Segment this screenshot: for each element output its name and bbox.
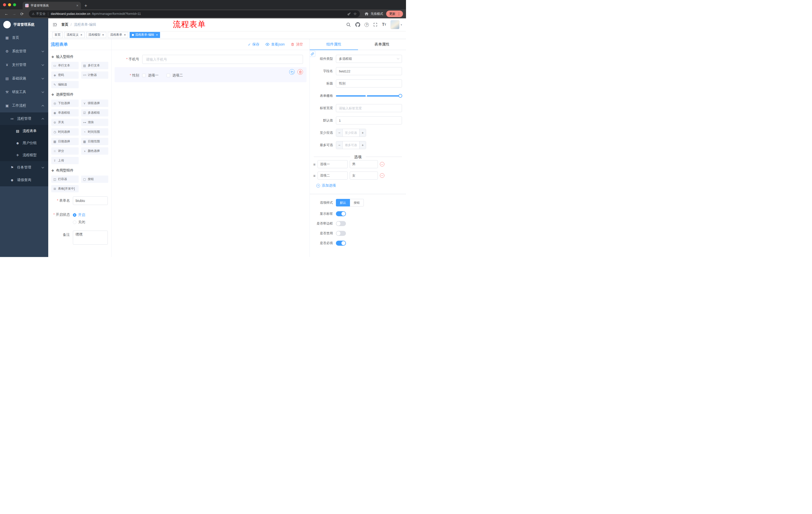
close-window-button[interactable] <box>3 3 6 6</box>
tab-component-props[interactable]: 组件属性 <box>310 39 358 50</box>
tag-close-icon[interactable]: × <box>80 33 82 36</box>
palette-item-multi-line-text[interactable]: ▤多行文本 <box>81 62 109 69</box>
remark-textarea[interactable] <box>73 231 108 245</box>
option-value-input[interactable] <box>350 160 378 168</box>
palette-item-row-container[interactable]: ◫行容器 <box>51 175 79 183</box>
sidebar-item-system-management[interactable]: ⚙系统管理 <box>0 45 48 58</box>
palette-item-button[interactable]: ▢按钮 <box>81 175 109 183</box>
component-type-select[interactable]: 多选框组 <box>336 55 402 63</box>
sidebar-item-leave-query[interactable]: ☻请假查询 <box>0 174 48 186</box>
github-icon[interactable] <box>355 22 360 27</box>
tag-process-form[interactable]: 流程表单× <box>108 32 128 38</box>
option-label-input[interactable] <box>318 160 348 168</box>
address-bar[interactable]: ⚠ 不安全 dashboard.yudao.iocoder.cn /bpm/ma… <box>29 10 360 17</box>
password-key-icon[interactable] <box>347 12 351 16</box>
gender-checkbox[interactable]: 选项一 <box>142 73 158 78</box>
field-name-input[interactable] <box>336 67 402 75</box>
palette-item-time-picker[interactable]: ◷时间选择 <box>51 128 79 136</box>
palette-item-table[interactable]: ⊞表格[开发中] <box>51 185 79 192</box>
add-option-button[interactable]: +添加选项 <box>316 183 336 188</box>
palette-item-upload[interactable]: ⇧上传 <box>51 157 79 164</box>
canvas-field-mobile[interactable]: 手机号 <box>115 53 307 65</box>
fullscreen-icon[interactable] <box>373 22 378 27</box>
tab-form-props[interactable]: 表单属性 <box>358 39 406 50</box>
option-value-input[interactable] <box>350 171 378 180</box>
bookmark-star-icon[interactable]: ☆ <box>353 11 357 16</box>
palette-item-password[interactable]: ◈密码 <box>51 72 79 79</box>
palette-item-checkbox-group[interactable]: ☑多选框组 <box>81 109 109 116</box>
copy-field-button[interactable] <box>289 69 295 75</box>
palette-item-counter[interactable]: 123计数器 <box>81 72 109 79</box>
sidebar-item-dev-tools[interactable]: ⚒研发工具 <box>0 85 48 99</box>
palette-item-time-range[interactable]: ◔时间范围 <box>81 128 109 136</box>
tag-process-definition[interactable]: 流程定义× <box>64 32 85 38</box>
gender-checkbox[interactable]: 选项二 <box>167 73 183 78</box>
label-width-input[interactable] <box>336 104 402 112</box>
default-value-input[interactable] <box>336 116 402 125</box>
increase-icon[interactable]: + <box>359 129 366 137</box>
drag-handle-icon[interactable]: ≡ <box>313 162 316 166</box>
palette-item-date-range[interactable]: ▩日期范围 <box>81 138 109 145</box>
view-json-button[interactable]: 查看json <box>265 42 285 47</box>
sidebar-item-home[interactable]: ▦首页 <box>0 31 48 45</box>
sidebar-item-process-form[interactable]: ▤流程表单 <box>0 125 48 137</box>
sidebar-item-process-management[interactable]: ≔流程管理 <box>0 112 48 125</box>
sidebar-item-task-management[interactable]: ⚑任务管理 <box>0 161 48 174</box>
palette-item-editor[interactable]: ✎编辑器 <box>51 81 79 88</box>
user-menu[interactable]: ▾ <box>390 20 402 29</box>
option-style-button[interactable]: 按钮 <box>350 199 364 207</box>
palette-item-single-line-text[interactable]: ▭单行文本 <box>51 62 79 69</box>
min-select-value[interactable]: 至少应选 <box>343 129 359 137</box>
required-switch[interactable] <box>336 241 346 246</box>
canvas-field-gender[interactable]: 性别选项一选项二 <box>115 67 307 82</box>
form-grid-slider[interactable] <box>336 92 402 100</box>
palette-item-slider[interactable]: ⊶滑块 <box>81 119 109 126</box>
slider-handle-icon[interactable] <box>399 94 402 98</box>
border-switch[interactable] <box>336 221 346 226</box>
palette-item-cascader[interactable]: ⋎级联选择 <box>81 100 109 107</box>
status-radio[interactable]: 开启 <box>73 211 85 217</box>
sidebar-item-workflow[interactable]: ▣工作流程 <box>0 99 48 112</box>
sidebar-item-process-model[interactable]: ✈流程模型 <box>0 149 48 161</box>
reload-icon[interactable]: ⟳ <box>19 10 25 17</box>
sidebar-item-user-group[interactable]: ☻用户分组 <box>0 137 48 149</box>
palette-item-color-picker[interactable]: ◑颜色选择 <box>81 147 109 155</box>
max-select-value[interactable]: 最多可选 <box>343 141 359 149</box>
palette-item-switch[interactable]: ⊜开关 <box>51 119 79 126</box>
delete-field-button[interactable] <box>297 69 303 75</box>
mobile-input[interactable] <box>142 55 303 64</box>
tag-process-form-edit[interactable]: 流程表单-编辑× <box>129 32 160 38</box>
link-icon[interactable] <box>310 51 315 57</box>
show-label-switch[interactable] <box>336 211 346 216</box>
disabled-switch[interactable] <box>336 231 346 236</box>
tag-process-model[interactable]: 流程模型× <box>86 32 107 38</box>
title-input[interactable] <box>336 79 402 87</box>
decrease-icon[interactable]: − <box>336 141 343 149</box>
sidebar-item-payment-management[interactable]: ¥支付管理 <box>0 58 48 72</box>
forward-icon[interactable]: → <box>11 10 18 17</box>
breadcrumb-item[interactable]: 首页 <box>61 22 68 27</box>
palette-item-select[interactable]: ◎下拉选择 <box>51 100 79 107</box>
update-button[interactable]: 更新 ⋮ <box>386 10 403 17</box>
form-name-input[interactable] <box>73 196 108 205</box>
tab-close-icon[interactable]: × <box>76 3 78 7</box>
tag-close-icon[interactable]: × <box>102 33 104 36</box>
help-icon[interactable]: ? <box>365 23 369 27</box>
palette-item-radio-group[interactable]: ◉单选框组 <box>51 109 79 116</box>
increase-icon[interactable]: + <box>359 141 366 149</box>
palette-item-date-picker[interactable]: ▦日期选择 <box>51 138 79 145</box>
tag-home[interactable]: 首页 <box>52 32 63 38</box>
browser-tab[interactable]: 芋道管理系统 × <box>23 2 81 9</box>
browser-menu-icon[interactable]: ⋮ <box>397 12 402 16</box>
sidebar-item-infrastructure[interactable]: ▤基础设施 <box>0 72 48 85</box>
remove-option-icon[interactable]: − <box>380 162 384 166</box>
hamburger-icon[interactable] <box>52 22 57 27</box>
option-label-input[interactable] <box>318 171 348 180</box>
font-size-icon[interactable]: TT <box>382 23 386 27</box>
back-icon[interactable]: ← <box>3 10 10 17</box>
save-button[interactable]: ✓保存 <box>248 42 260 47</box>
tag-close-icon[interactable]: × <box>156 33 158 36</box>
drag-handle-icon[interactable]: ≡ <box>313 174 316 178</box>
decrease-icon[interactable]: − <box>336 129 343 137</box>
search-icon[interactable] <box>346 22 351 27</box>
